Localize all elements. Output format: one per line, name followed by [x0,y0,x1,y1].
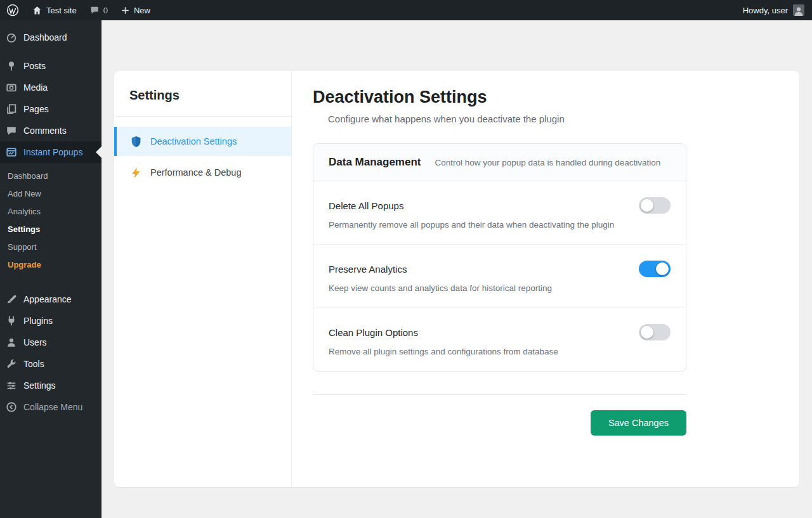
setting-label: Preserve Analytics [329,264,407,275]
settings-icon [5,379,18,392]
comments-icon [5,124,18,137]
settings-panel-title: Settings [129,88,276,103]
section-title: Data Management [329,156,421,169]
setting-description: Remove all plugin settings and configura… [329,347,671,356]
sidebar-item-users[interactable]: Users [0,332,102,353]
admin-bar-right: Howdy, user [743,4,804,16]
menu-separator [0,48,102,55]
sidebar-item-comments[interactable]: Comments [0,120,102,141]
sidebar-item-media[interactable]: Media [0,77,102,98]
save-changes-button[interactable]: Save Changes [591,410,686,436]
actions-bar: Save Changes [313,410,686,436]
sidebar-item-plugins[interactable]: Plugins [0,310,102,332]
section-header: Data Management Control how your popup d… [313,144,686,181]
settings-nav: Deactivation Settings Performance & Debu… [114,117,291,187]
page-title: Deactivation Settings [313,87,686,107]
setting-description: Permanently remove all popups and their … [329,220,671,230]
nav-item-label: Performance & Debug [150,167,241,178]
toggle-delete-all-popups[interactable] [639,197,671,214]
settings-content-panel: Deactivation Settings Configure what hap… [292,71,799,487]
howdy-label: Howdy, user [743,6,788,15]
menu-separator [0,282,102,288]
subitem-add-new[interactable]: Add New [0,185,102,203]
howdy-user-menu[interactable]: Howdy, user [743,6,788,15]
setting-description: Keep view counts and analytics data for … [329,283,671,293]
nav-item-deactivation-settings[interactable]: Deactivation Settings [114,127,291,156]
main-content: Settings Deactivation Settings Performan… [102,20,812,518]
footer-divider [313,394,686,395]
sidebar-item-pages[interactable]: Pages [0,98,102,120]
site-name-label: Test site [46,6,77,15]
comments-admin-bar-item[interactable]: 0 [89,5,108,15]
appearance-icon [5,293,18,306]
setting-row-delete-all-popups: Delete All Popups Permanently remove all… [313,181,686,244]
pages-icon [5,103,18,115]
tools-icon [5,358,18,370]
new-content-button[interactable]: New [121,6,150,15]
new-label: New [134,6,150,15]
instant-popups-icon [5,146,18,159]
page-subtitle: Configure what happens when you deactiva… [328,113,686,124]
plus-icon [121,6,130,15]
subitem-upgrade[interactable]: Upgrade [0,256,102,274]
media-icon [5,81,18,94]
dashboard-icon [5,31,18,44]
shield-icon [129,136,142,148]
collapse-menu-button[interactable]: Collapse Menu [0,396,102,418]
data-management-section: Data Management Control how your popup d… [313,143,686,372]
plugins-icon [5,314,18,327]
lightning-icon [129,167,142,178]
setting-row-preserve-analytics: Preserve Analytics Keep view counts and … [313,244,686,308]
site-name-link[interactable]: Test site [32,5,77,16]
subitem-dashboard[interactable]: Dashboard [0,167,102,185]
sidebar-item-posts[interactable]: Posts [0,55,102,77]
setting-row-clean-plugin-options: Clean Plugin Options Remove all plugin s… [313,308,686,371]
sidebar-item-settings[interactable]: Settings [0,375,102,396]
admin-bar-left: Test site 0 New [6,4,150,16]
subitem-analytics[interactable]: Analytics [0,203,102,221]
sidebar-item-tools[interactable]: Tools [0,353,102,375]
admin-sidebar: Dashboard Posts Media Pages Comments Ins… [0,20,102,518]
instant-popups-submenu: Dashboard Add New Analytics Settings Sup… [0,163,102,282]
sidebar-item-instant-popups[interactable]: Instant Popups [0,141,102,163]
subitem-settings[interactable]: Settings [0,221,102,238]
toggle-preserve-analytics[interactable] [639,261,671,277]
setting-label: Delete All Popups [329,200,403,211]
setting-label: Clean Plugin Options [329,327,418,338]
home-icon [32,5,43,16]
collapse-icon [5,401,18,413]
nav-item-performance-debug[interactable]: Performance & Debug [114,158,291,187]
users-icon [5,336,18,349]
section-description: Control how your popup data is handled d… [435,158,660,167]
comment-bubble-icon [89,5,100,15]
settings-panel-header: Settings [114,71,291,117]
subitem-support[interactable]: Support [0,238,102,256]
posts-icon [5,60,18,72]
user-avatar[interactable] [793,4,804,16]
sidebar-item-appearance[interactable]: Appearance [0,288,102,310]
admin-bar: Test site 0 New Howdy, user [0,0,812,20]
settings-nav-panel: Settings Deactivation Settings Performan… [114,71,292,487]
nav-item-label: Deactivation Settings [150,136,237,146]
sidebar-item-dashboard[interactable]: Dashboard [0,27,102,48]
toggle-clean-plugin-options[interactable] [639,324,671,340]
comments-count: 0 [103,6,108,15]
settings-card: Settings Deactivation Settings Performan… [114,71,799,487]
wordpress-logo-icon[interactable] [6,4,19,16]
